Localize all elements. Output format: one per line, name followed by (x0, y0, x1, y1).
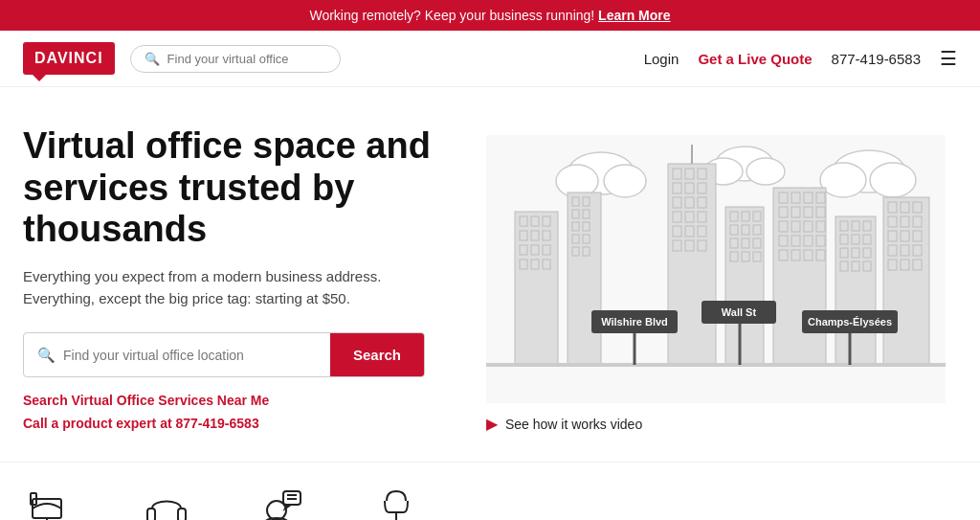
top-banner: Working remotely? Keep your business run… (0, 0, 980, 31)
svg-rect-82 (804, 236, 813, 246)
banner-text: Working remotely? Keep your business run… (309, 8, 594, 23)
svg-rect-109 (901, 231, 909, 241)
svg-rect-29 (583, 222, 590, 231)
svg-rect-99 (852, 261, 859, 271)
svg-rect-24 (572, 197, 579, 206)
svg-text:Champs-Élysées: Champs-Élysées (808, 316, 892, 328)
svg-rect-116 (913, 260, 922, 270)
svg-rect-46 (698, 212, 706, 222)
hero-links: Search Virtual Office Services Near Me C… (23, 393, 463, 431)
nav-quote-button[interactable]: Get a Live Quote (698, 51, 812, 67)
svg-rect-18 (531, 245, 539, 255)
nav-right: Login Get a Live Quote 877-419-6583 ☰ (644, 47, 957, 70)
call-expert-link[interactable]: Call a product expert at 877-419-6583 (23, 416, 463, 431)
hero-search-button[interactable]: Search (330, 333, 424, 376)
see-video-link[interactable]: ▶ See how it works video (486, 415, 642, 433)
svg-rect-71 (816, 192, 825, 203)
svg-rect-80 (779, 236, 788, 246)
svg-rect-92 (840, 235, 848, 244)
svg-rect-75 (816, 207, 825, 217)
svg-rect-41 (673, 197, 681, 208)
svg-rect-73 (791, 207, 800, 217)
svg-rect-74 (804, 207, 813, 217)
svg-rect-132 (178, 509, 186, 520)
hamburger-menu-icon[interactable]: ☰ (940, 47, 957, 70)
nav-login-button[interactable]: Login (644, 51, 679, 67)
svg-rect-85 (791, 250, 800, 260)
svg-rect-22 (543, 260, 550, 269)
svg-rect-15 (531, 231, 539, 240)
hero-search-input[interactable] (63, 348, 317, 363)
svg-rect-76 (779, 221, 788, 232)
hero-right: Wilshire Blvd Wall St Champs-Élysées ▶ S… (486, 125, 957, 433)
svg-rect-107 (913, 216, 922, 227)
svg-rect-87 (816, 250, 825, 260)
svg-rect-31 (583, 235, 590, 243)
svg-rect-63 (753, 238, 761, 248)
svg-rect-94 (863, 235, 871, 244)
svg-rect-25 (583, 197, 590, 206)
svg-rect-84 (779, 250, 788, 260)
svg-rect-105 (888, 216, 897, 227)
hero-section: Virtual office space and services truste… (0, 87, 980, 452)
svg-rect-26 (572, 210, 579, 218)
svg-rect-66 (753, 252, 761, 261)
svg-rect-37 (698, 169, 706, 179)
search-services-link[interactable]: Search Virtual Office Services Near Me (23, 393, 463, 408)
icons-row (0, 462, 980, 520)
svg-rect-89 (840, 221, 848, 231)
svg-rect-95 (840, 248, 848, 258)
chair-icon-item (368, 482, 425, 520)
hero-subtitle: Everything you expect from a modern busi… (23, 266, 387, 309)
svg-rect-78 (804, 221, 813, 232)
svg-rect-35 (673, 169, 681, 179)
svg-rect-21 (531, 260, 539, 269)
svg-rect-36 (685, 169, 694, 179)
svg-rect-38 (673, 183, 681, 193)
svg-rect-97 (863, 248, 871, 258)
svg-rect-28 (572, 222, 579, 231)
svg-rect-111 (888, 245, 897, 256)
svg-rect-57 (753, 212, 761, 221)
svg-rect-64 (730, 252, 738, 261)
svg-rect-33 (583, 247, 590, 256)
svg-text:Wilshire Blvd: Wilshire Blvd (601, 316, 668, 328)
svg-rect-81 (791, 236, 800, 246)
svg-rect-79 (816, 221, 825, 232)
svg-rect-11 (520, 216, 527, 226)
svg-rect-110 (913, 231, 922, 241)
nav-search-icon: 🔍 (145, 52, 160, 66)
city-illustration: Wilshire Blvd Wall St Champs-Élysées (486, 135, 946, 403)
svg-rect-51 (685, 240, 694, 251)
person-chat-icon-item (253, 482, 310, 520)
banner-link[interactable]: Learn More (598, 8, 670, 23)
svg-rect-104 (913, 202, 922, 213)
svg-rect-98 (840, 261, 848, 271)
svg-rect-20 (520, 260, 527, 269)
svg-rect-42 (685, 197, 694, 208)
see-video-text: See how it works video (505, 417, 642, 432)
svg-rect-39 (685, 183, 694, 193)
logo[interactable]: DAVINCI (23, 42, 115, 75)
svg-rect-68 (779, 192, 788, 203)
svg-rect-43 (698, 197, 706, 208)
hero-left: Virtual office space and services truste… (23, 125, 463, 431)
hero-search-icon: 🔍 (37, 347, 56, 364)
svg-rect-106 (901, 216, 909, 227)
svg-rect-96 (852, 248, 859, 258)
svg-rect-14 (520, 231, 527, 240)
nav-search-input[interactable] (167, 52, 326, 66)
svg-rect-91 (863, 221, 871, 231)
svg-rect-86 (804, 250, 813, 260)
svg-rect-108 (888, 231, 897, 241)
svg-rect-48 (685, 226, 694, 237)
svg-rect-47 (673, 226, 681, 237)
svg-rect-19 (543, 245, 550, 255)
mailbox-icon (23, 482, 80, 520)
svg-rect-113 (913, 245, 922, 256)
svg-rect-93 (852, 235, 859, 244)
svg-rect-112 (901, 245, 909, 256)
svg-rect-103 (901, 202, 909, 213)
svg-rect-102 (888, 202, 897, 213)
svg-rect-62 (742, 238, 749, 248)
